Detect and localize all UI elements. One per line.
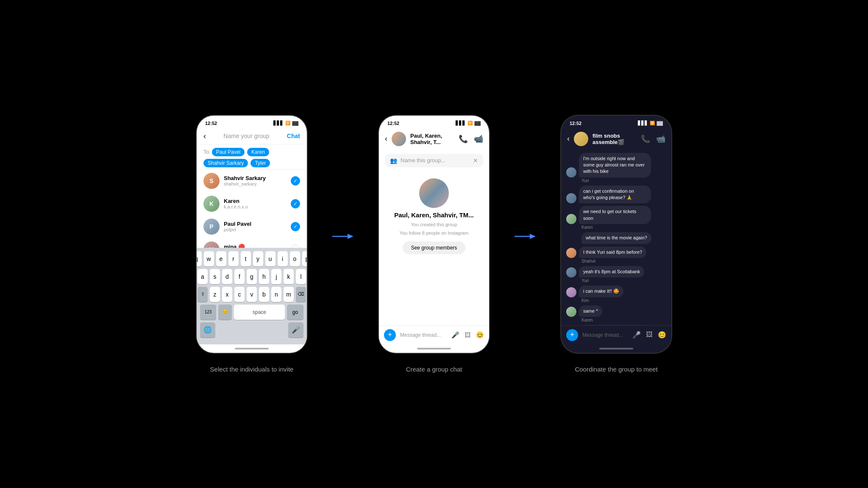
sticker-icon-3[interactable]: 😊	[658, 331, 666, 339]
video-icon-3[interactable]: 📹	[656, 134, 665, 144]
keyboard[interactable]: q w e r t y u i o p a s d f g h	[197, 248, 307, 344]
key-p[interactable]: p	[302, 251, 307, 266]
back-button-2[interactable]: ‹	[385, 134, 387, 143]
sender-shahvir1: Shahvir	[566, 259, 666, 263]
key-l[interactable]: l	[296, 269, 306, 284]
avatar-mina: M	[203, 241, 220, 248]
kb-row-bottom: 123 😊 space go	[198, 305, 305, 320]
key-m[interactable]: m	[284, 287, 294, 302]
add-message-button-2[interactable]: +	[384, 329, 396, 341]
message-input-2[interactable]: Message thread...	[400, 332, 447, 338]
key-go[interactable]: go	[287, 305, 303, 320]
key-e[interactable]: e	[216, 251, 226, 266]
key-g[interactable]: g	[247, 269, 257, 284]
battery-icon-3: ▓▓	[657, 121, 663, 125]
msg-bubble-yuri2: can i get confirmation on who's going pl…	[579, 186, 651, 204]
sender-yuri1: Yuri	[566, 178, 666, 183]
chat-action-button[interactable]: Chat	[287, 133, 300, 139]
signal-icon-3: ▋▋▋	[638, 121, 648, 125]
contact-handle-karen: k.a.r.e.n.x.u	[224, 204, 287, 209]
tag-shahvir[interactable]: Shahvir Sarkary	[203, 159, 248, 167]
group-icon: 👥	[390, 157, 397, 164]
group-name-input-area: 👥 Name this group... ✕	[385, 154, 483, 167]
sender-karen3: Karen	[566, 318, 666, 322]
home-bar-3	[599, 348, 633, 349]
key-r[interactable]: r	[228, 251, 239, 266]
arrow-1-container	[332, 232, 353, 241]
key-o[interactable]: o	[290, 251, 300, 266]
kb-extras: 🌐 🎤	[198, 320, 305, 338]
wifi-icon-3: 🛜	[650, 121, 655, 125]
avatar-paul: P	[203, 219, 220, 235]
key-d[interactable]: d	[222, 269, 232, 284]
key-u[interactable]: u	[265, 251, 275, 266]
key-k[interactable]: k	[284, 269, 294, 284]
nav-bar-2: ‹ Paul, Karen, Shahvir, T... 📞 📹	[379, 128, 489, 150]
key-delete[interactable]: ⌫	[296, 287, 306, 302]
tag-paul[interactable]: Paul Pavel	[212, 148, 245, 156]
contact-karen[interactable]: K Karen k.a.r.e.n.x.u ✓	[197, 192, 307, 215]
group-center-sub1: You created this group	[411, 222, 457, 227]
arrow-2	[515, 232, 536, 241]
phone-icon[interactable]: 📞	[459, 134, 468, 144]
key-a[interactable]: a	[198, 269, 208, 284]
check-shahvir: ✓	[291, 176, 300, 186]
key-q[interactable]: q	[197, 251, 202, 266]
arrow-2-container	[515, 232, 536, 241]
close-icon-2[interactable]: ✕	[473, 157, 478, 164]
key-f[interactable]: f	[234, 269, 245, 284]
key-shift[interactable]: ⇧	[198, 287, 208, 302]
wifi-icon-2: 🛜	[467, 121, 473, 125]
key-h[interactable]: h	[259, 269, 269, 284]
mic-icon-3[interactable]: 🎤	[632, 331, 641, 339]
msg-row-karen3: same ^	[566, 305, 666, 317]
key-w[interactable]: w	[204, 251, 214, 266]
key-j[interactable]: j	[271, 269, 281, 284]
key-i[interactable]: i	[278, 251, 288, 266]
photo-icon-2[interactable]: 🖼	[465, 331, 471, 339]
key-y[interactable]: y	[253, 251, 263, 266]
contact-info-karen: Karen k.a.r.e.n.x.u	[224, 198, 287, 209]
sticker-icon-2[interactable]: 😊	[476, 331, 484, 339]
back-button-3[interactable]: ‹	[567, 134, 570, 143]
kb-row-3: ⇧ z x c v b n m ⌫	[198, 287, 305, 302]
kb-row-2: a s d f g h j k l	[198, 269, 305, 284]
nav-bar-3: ‹ film snobs assemble🎬 📞 📹	[561, 128, 671, 150]
svg-marker-1	[348, 234, 353, 239]
message-input-3[interactable]: Message thread...	[582, 332, 628, 338]
contact-shahvir[interactable]: S Shahvir Sarkary shahvir_sarkary ✓	[197, 169, 307, 192]
key-s[interactable]: s	[210, 269, 220, 284]
msg-icons-3: 🎤 🖼 😊	[632, 331, 666, 339]
key-x[interactable]: x	[222, 287, 232, 302]
mic-icon[interactable]: 🎤	[288, 322, 303, 338]
key-t[interactable]: t	[241, 251, 251, 266]
msg-bubble-karen3: same ^	[579, 305, 602, 317]
tag-tyler[interactable]: Tyler	[250, 159, 270, 167]
key-z[interactable]: z	[210, 287, 220, 302]
msg-group-karen3: same ^ Karen	[566, 305, 666, 322]
key-123[interactable]: 123	[200, 305, 216, 320]
phone-icon-3[interactable]: 📞	[641, 134, 650, 144]
key-space[interactable]: space	[234, 305, 285, 320]
key-v[interactable]: v	[247, 287, 257, 302]
group-name-input[interactable]: Name this group...	[401, 157, 470, 164]
contact-paul[interactable]: P Paul Pavel polpvl ✓	[197, 215, 307, 238]
add-message-button-3[interactable]: +	[566, 329, 578, 341]
back-button[interactable]: ‹	[203, 132, 206, 141]
wifi-icon: 🛜	[285, 121, 290, 125]
tag-karen[interactable]: Karen	[247, 148, 269, 156]
contact-list: S Shahvir Sarkary shahvir_sarkary ✓ K Ka…	[197, 169, 307, 248]
chat-messages: I'm outside right now and some guy almos…	[561, 150, 671, 325]
mic-icon-2[interactable]: 🎤	[451, 331, 459, 339]
key-n[interactable]: n	[271, 287, 281, 302]
home-indicator-3	[561, 344, 671, 353]
video-icon[interactable]: 📹	[474, 134, 483, 144]
contact-mina[interactable]: M mina 🔴 mina.zhou	[197, 238, 307, 248]
msg-row-yuri2: can i get confirmation on who's going pl…	[566, 186, 666, 204]
photo-icon-3[interactable]: 🖼	[646, 331, 653, 339]
key-c[interactable]: c	[234, 287, 245, 302]
see-members-button[interactable]: See group members	[403, 241, 466, 254]
key-emoji[interactable]: 😊	[218, 305, 232, 320]
globe-icon[interactable]: 🌐	[200, 322, 215, 338]
key-b[interactable]: b	[259, 287, 269, 302]
